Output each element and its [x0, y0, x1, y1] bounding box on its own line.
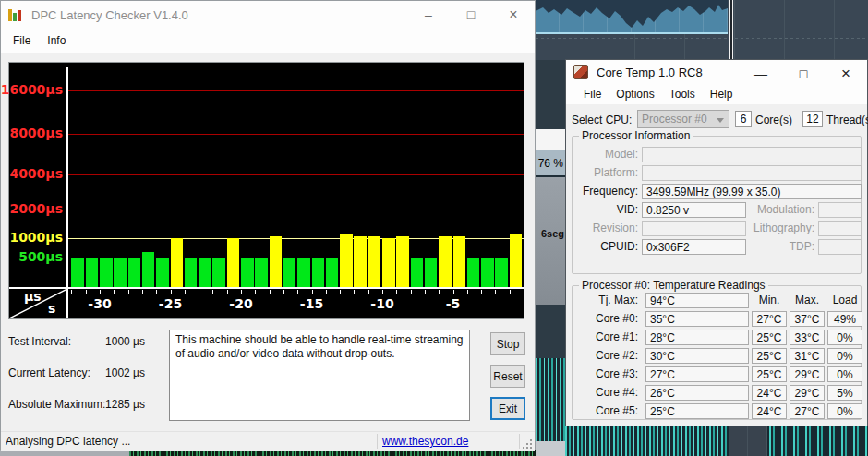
latency-bar: [171, 238, 184, 287]
maximize-icon[interactable]: □: [450, 7, 492, 22]
daw-spectrogram-left: [536, 358, 565, 441]
status-separator: [377, 434, 378, 449]
core-label: Core #1:: [579, 330, 642, 343]
close-icon[interactable]: ×: [492, 6, 535, 23]
dpc-result-message: This machine should be able to handle re…: [169, 330, 470, 421]
dpc-statusbar: Analysing DPC latency ... www.thesycon.d…: [1, 431, 535, 451]
resize-grip[interactable]: [522, 438, 533, 450]
maximize-icon[interactable]: □: [782, 66, 825, 81]
latency-bar: [142, 252, 155, 287]
desktop: { "dpc": { "title": "DPC Latency Checker…: [0, 0, 868, 456]
core-min: 25°C: [752, 366, 787, 382]
field-label: Model:: [579, 148, 642, 161]
latency-bar: [453, 236, 466, 287]
temp-header-row: Tj. Max: 94°C Min. Max. Load: [579, 291, 862, 309]
x-axis-tick: [128, 290, 129, 294]
threshold-line-4000: [68, 174, 524, 175]
x-axis-tick: [86, 290, 87, 294]
field-row-frequency: Frequency: 3499.59MHz (99.99 x 35.0): [579, 182, 862, 200]
thesycon-link[interactable]: www.thesycon.de: [382, 435, 468, 448]
x-axis-tick: [425, 290, 426, 294]
tj-max-value: 94°C: [645, 293, 749, 308]
core-load: 0%: [827, 403, 862, 419]
x-axis-tick: [312, 290, 313, 294]
threshold-line-8000: [68, 134, 524, 135]
daw-playhead-cursor: [729, 0, 733, 60]
core-max: 33°C: [790, 330, 825, 345]
menu-tools[interactable]: Tools: [665, 86, 700, 102]
stat-value: 1000 µs: [84, 335, 145, 348]
menu-file[interactable]: File: [8, 32, 35, 49]
temperature-rows: Tj. Max: 94°C Min. Max. Load Core #0: 35…: [579, 291, 862, 420]
x-axis-tick: [354, 290, 355, 294]
y-unit-label: µs: [24, 289, 42, 304]
tj-max-label: Tj. Max:: [579, 294, 642, 306]
x-axis-tick: [467, 290, 468, 294]
coretemp-titlebar[interactable]: Core Temp 1.0 RC8 — □ ×: [566, 60, 867, 84]
x-axis-tick: [71, 290, 72, 294]
cpu-select-dropdown[interactable]: Processor #0: [637, 110, 729, 128]
latency-bar: [481, 258, 494, 287]
menu-file[interactable]: File: [579, 86, 606, 102]
core-label: Core #5:: [579, 404, 642, 417]
minimize-icon[interactable]: –: [407, 7, 450, 22]
x-axis-tick: [382, 290, 383, 294]
dpc-app-icon: [8, 8, 23, 21]
processor-info-group-label: Processor Information: [579, 129, 693, 142]
field-row-platform: Platform:: [579, 163, 862, 182]
core-label: Core #4:: [579, 386, 642, 399]
x-axis-line: [9, 287, 524, 289]
stat-label: Test Interval:: [8, 335, 71, 348]
latency-bar: [439, 236, 452, 287]
window-title: Core Temp 1.0 RC8: [597, 66, 703, 79]
field-value: [642, 221, 746, 236]
latency-bar: [71, 258, 84, 287]
core-max: 27°C: [790, 403, 825, 419]
dpc-titlebar[interactable]: DPC Latency Checker V1.4.0 – □ ×: [1, 1, 535, 29]
close-icon[interactable]: ×: [825, 65, 867, 83]
menu-info[interactable]: Info: [42, 32, 70, 49]
field-value: [818, 202, 862, 218]
core-temp: 35°C: [645, 311, 749, 327]
threshold-line-2000: [68, 210, 524, 210]
dpc-plot-area: -30-25-20-15-10-5: [68, 67, 524, 318]
reset-button[interactable]: Reset: [490, 365, 525, 388]
table-row: Core #0: 35°C 27°C 37°C 49%: [579, 309, 862, 328]
cores-label: Core(s): [755, 114, 792, 126]
latency-bar: [283, 258, 296, 287]
menu-options[interactable]: Options: [611, 86, 658, 102]
core-min: 24°C: [752, 385, 787, 401]
exit-button[interactable]: Exit: [490, 397, 525, 420]
y-axis-tick-label: 8000µs: [9, 126, 63, 140]
axis-unit-corner: µs s: [9, 289, 67, 318]
dpc-menubar: File Info: [1, 29, 535, 53]
core-label: Core #0:: [579, 312, 642, 325]
core-temp: 26°C: [645, 385, 749, 401]
core-load: 49%: [827, 311, 862, 327]
minimize-icon[interactable]: —: [740, 66, 782, 81]
latency-bar: [199, 258, 211, 287]
field-row-model: Model:: [579, 145, 862, 163]
window-title: DPC Latency Checker V1.4.0: [31, 8, 188, 22]
field-value: [642, 147, 862, 162]
x-axis-tick: [481, 290, 482, 294]
daw-spectrogram-bottom: [565, 426, 868, 456]
core-max: 37°C: [790, 311, 825, 327]
core-temp: 30°C: [645, 348, 749, 364]
latency-bar: [368, 236, 381, 287]
core-temp: 28°C: [645, 330, 749, 345]
stop-button[interactable]: Stop: [490, 332, 525, 355]
x-axis-tick: [510, 290, 511, 294]
table-row: Core #2: 30°C 25°C 31°C 0%: [579, 346, 862, 365]
status-separator: [519, 434, 520, 449]
core-temp-window: Core Temp 1.0 RC8 — □ × File Options Too…: [565, 59, 868, 426]
processor-info-rows: Model: Platform: Frequency: 3499.59MHz (…: [579, 145, 862, 256]
latency-bar: [382, 238, 395, 287]
latency-bar: [114, 258, 127, 287]
table-row: Core #4: 26°C 24°C 29°C 5%: [579, 383, 862, 402]
x-axis-tick: [241, 290, 242, 294]
x-axis-tick-label: -5: [435, 296, 472, 311]
menu-help[interactable]: Help: [705, 86, 738, 102]
status-text: Analysing DPC latency ...: [6, 435, 130, 448]
select-cpu-label: Select CPU:: [572, 114, 632, 126]
